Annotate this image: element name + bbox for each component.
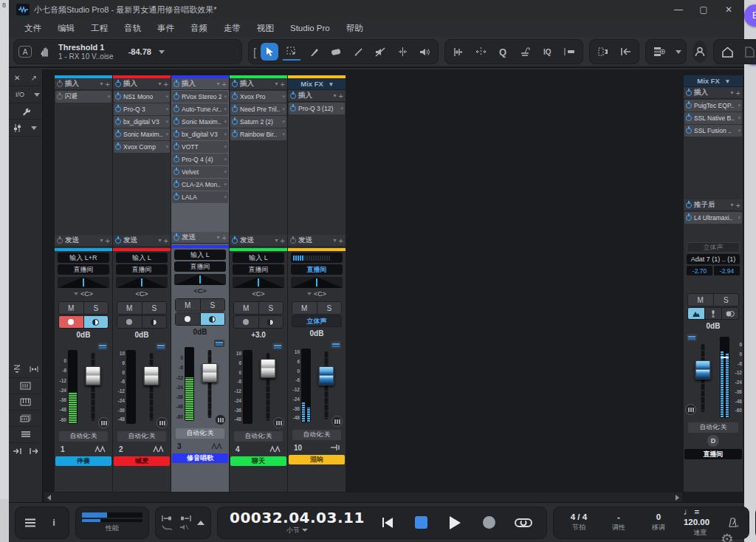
- plugin-power-icon[interactable]: [686, 215, 692, 221]
- plugin-power-icon[interactable]: [686, 128, 692, 134]
- insert-slot[interactable]: NS1 Mono ▾: [114, 91, 170, 103]
- menu-transport[interactable]: 走带: [216, 21, 249, 36]
- solo-button[interactable]: S: [84, 302, 109, 314]
- channel-strip-10[interactable]: Mix FX ▾ 插入 ▾ + Pro-Q 3: [288, 75, 346, 492]
- insert-slot[interactable]: SSL Fusion .. ▾: [684, 125, 742, 137]
- maximize-button[interactable]: ▢: [691, 1, 716, 18]
- volume-readout[interactable]: 0dB: [171, 328, 229, 339]
- channel-name[interactable]: 伴奏: [55, 456, 111, 466]
- plugin-dropdown-icon[interactable]: ▾: [165, 119, 168, 125]
- click-icon[interactable]: [179, 524, 189, 531]
- inserts-header[interactable]: 插入 ▾ +: [684, 87, 743, 99]
- mute-button[interactable]: M: [688, 294, 714, 306]
- inserts-add-icon[interactable]: +: [736, 89, 740, 97]
- channel-strip-2[interactable]: 插入 ▾ + NS1 Mono ▾: [113, 75, 171, 492]
- volume-readout[interactable]: 0dB: [113, 331, 171, 342]
- plugin-dropdown-icon[interactable]: ▾: [224, 194, 227, 200]
- pan-value[interactable]: <C>: [113, 289, 171, 299]
- menu-event[interactable]: 事件: [149, 21, 182, 36]
- meter-mode-button[interactable]: [157, 417, 168, 428]
- solo-button[interactable]: S: [714, 294, 739, 306]
- inserts-dropdown-icon[interactable]: ▾: [217, 80, 220, 87]
- fader-handle[interactable]: [202, 363, 218, 383]
- automation-mode[interactable]: 自动化:关: [176, 428, 224, 439]
- mixfx-header[interactable]: Mix FX ▾: [288, 78, 346, 90]
- meter-mode-button[interactable]: [331, 416, 343, 427]
- fader-handle[interactable]: [695, 360, 711, 380]
- play-button[interactable]: [444, 512, 467, 534]
- plugin-dropdown-icon[interactable]: ▾: [224, 182, 227, 188]
- inserts-scroll-thumb[interactable]: [172, 210, 228, 229]
- plugin-power-icon[interactable]: [115, 131, 121, 137]
- pan-slider[interactable]: [233, 277, 284, 288]
- timesig-field[interactable]: 4 / 4 节拍: [564, 512, 594, 532]
- postfader-add-icon[interactable]: +: [736, 201, 740, 210]
- metronome-icon[interactable]: [727, 516, 738, 529]
- plugin-power-icon[interactable]: [115, 106, 121, 112]
- mixfx-dropdown-icon[interactable]: ▾: [726, 77, 729, 85]
- tempo-field[interactable]: ♩ = 120.00 速度: [684, 507, 717, 538]
- plugin-dropdown-icon[interactable]: ▾: [282, 131, 285, 137]
- record-button[interactable]: [478, 512, 501, 534]
- plugin-power-icon[interactable]: [173, 94, 179, 100]
- plugin-dropdown-icon[interactable]: ▾: [738, 215, 740, 221]
- fader-track[interactable]: [697, 344, 709, 412]
- plugin-dropdown-icon[interactable]: ▾: [224, 119, 227, 125]
- eraser-tool[interactable]: [327, 43, 345, 61]
- menu-edit[interactable]: 编辑: [49, 21, 83, 36]
- scroll-left-icon[interactable]: [47, 495, 51, 501]
- stop-button[interactable]: [410, 512, 433, 534]
- profile-button[interactable]: [693, 41, 707, 63]
- panel-toggle-icon[interactable]: [594, 43, 612, 61]
- add-track-group[interactable]: [645, 39, 687, 64]
- inserts-header[interactable]: 插入 ▾ +: [288, 90, 346, 102]
- notes-list-icon[interactable]: [9, 427, 42, 443]
- input-select[interactable]: 输入 L: [233, 253, 284, 263]
- scroll-right-icon[interactable]: [676, 495, 679, 501]
- inserts-add-icon[interactable]: +: [222, 80, 227, 89]
- solo-button[interactable]: S: [317, 302, 342, 314]
- plugin-dropdown-icon[interactable]: ▾: [224, 144, 227, 150]
- automation-mode[interactable]: 自动化:关: [688, 422, 738, 433]
- plugin-power-icon[interactable]: [686, 115, 692, 121]
- close-mixer-button[interactable]: ✕: [9, 69, 26, 86]
- sends-add-icon[interactable]: +: [281, 236, 285, 245]
- inserts-add-icon[interactable]: +: [164, 80, 168, 89]
- dim-output-button[interactable]: D: [707, 435, 719, 447]
- metronome-settings-icon[interactable]: [516, 43, 534, 61]
- insert-slot[interactable]: Pro-Q 4 (4) ▾: [172, 154, 228, 165]
- fader-handle[interactable]: [261, 359, 276, 378]
- inserts-power-icon[interactable]: [57, 81, 63, 87]
- mixer-hscrollbar[interactable]: [44, 493, 682, 502]
- keyboard-icon[interactable]: [9, 394, 42, 411]
- sends-power-icon[interactable]: [290, 238, 296, 244]
- inserts-power-icon[interactable]: [232, 81, 238, 87]
- minimize-button[interactable]: —: [666, 1, 691, 18]
- plugin-dropdown-icon[interactable]: ▾: [165, 131, 168, 137]
- mute-button[interactable]: M: [234, 302, 259, 314]
- meter-mode-button[interactable]: [215, 414, 226, 425]
- pan-slider[interactable]: [58, 277, 109, 288]
- expand-chevron-icon[interactable]: [197, 521, 205, 525]
- plugin-dropdown-icon[interactable]: ▾: [224, 131, 227, 137]
- plugin-dropdown-icon[interactable]: ▾: [224, 157, 227, 162]
- fader-handle[interactable]: [319, 366, 334, 385]
- plugin-dropdown-icon[interactable]: ▾: [282, 119, 285, 125]
- transpose-field[interactable]: 0 移调: [644, 512, 673, 532]
- fader-handle[interactable]: [144, 366, 159, 385]
- mute-button[interactable]: M: [117, 302, 142, 314]
- mute-button[interactable]: M: [59, 302, 84, 314]
- postfader-header[interactable]: 推子后 ▾ +: [684, 199, 743, 211]
- channel-name[interactable]: 修音唱歌: [172, 453, 228, 463]
- automation-mode[interactable]: 自动化:关: [234, 431, 283, 442]
- plugin-power-icon[interactable]: [173, 157, 179, 162]
- plugin-power-icon[interactable]: [57, 94, 63, 100]
- plugin-power-icon[interactable]: [686, 103, 692, 109]
- plugin-power-icon[interactable]: [173, 182, 179, 188]
- range-tool[interactable]: [283, 43, 300, 61]
- compact-view-icon[interactable]: [9, 361, 26, 377]
- loop-button[interactable]: [512, 512, 535, 534]
- inserts-header[interactable]: 插入 ▾ +: [230, 78, 287, 90]
- punch-in-icon[interactable]: [162, 515, 173, 522]
- plugin-dropdown-icon[interactable]: ▾: [282, 106, 285, 112]
